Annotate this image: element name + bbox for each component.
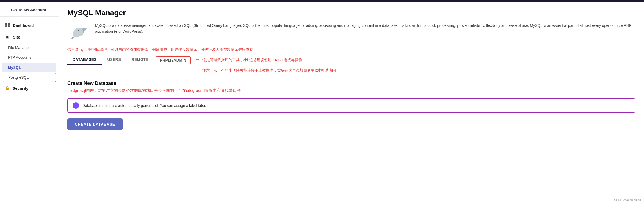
tab-remote[interactable]: REMOTE bbox=[126, 55, 154, 65]
tabs-container: DATABASES USERS REMOTE PHPMYADMIN → bbox=[67, 55, 200, 65]
top-bar bbox=[0, 0, 644, 2]
tab-annotation-line2: 注意一点，有些小伙伴可能连接不上数据库，需要在这里添加白名单ip才可以访问 bbox=[202, 67, 336, 73]
create-database-button[interactable]: CREATE DATABASE bbox=[67, 118, 123, 130]
phpmyadmin-annotation-arrow: → bbox=[195, 57, 200, 62]
info-text: Database names are automatically generat… bbox=[82, 103, 206, 108]
mysql-dolphin-icon bbox=[67, 22, 89, 44]
tabs-list: DATABASES USERS REMOTE PHPMYADMIN → bbox=[67, 55, 200, 65]
tab-users[interactable]: USERS bbox=[102, 55, 126, 65]
tab-phpmyadmin[interactable]: PHPMYADMIN bbox=[156, 56, 190, 64]
info-icon: i bbox=[73, 102, 79, 109]
annotation-mysql-description: 这里是mysql数据库管理，可以自由的添加数据库，创建用户，用户连接数据库，可进… bbox=[67, 47, 635, 52]
right-annotation: 这是管理数据库的工具，小b还是建议使用navicat连接再操作 注意一点，有些小… bbox=[202, 55, 336, 75]
dashboard-label: Dashboard bbox=[13, 23, 34, 28]
postgresql-annotation: postgresql同理，需要注意的是两个数据库的端口号是不同的，可在siteg… bbox=[67, 87, 635, 94]
back-arrow-icon: ← bbox=[4, 7, 9, 13]
intro-text: MySQL is a database management system ba… bbox=[95, 22, 635, 35]
tab-annotation-line1: 这是管理数据库的工具，小b还是建议使用navicat连接再操作 bbox=[202, 57, 336, 63]
create-database-section: Create New Database postgresql同理，需要注意的是两… bbox=[67, 81, 635, 130]
sidebar: ← Go To My Account Dashboard ⊞ Site File… bbox=[0, 2, 59, 203]
page-title: MySQL Manager bbox=[67, 9, 635, 17]
security-label: Security bbox=[13, 86, 28, 91]
sidebar-item-ftp-accounts[interactable]: FTP Accounts bbox=[0, 52, 59, 62]
lock-icon: 🔒 bbox=[5, 86, 10, 91]
create-db-title: Create New Database bbox=[67, 81, 635, 86]
back-to-account[interactable]: ← Go To My Account bbox=[0, 2, 59, 17]
site-icon: ⊞ bbox=[5, 34, 10, 40]
intro-section: MySQL is a database management system ba… bbox=[67, 22, 635, 44]
sidebar-nav: Dashboard ⊞ Site File Manager FTP Accoun… bbox=[0, 17, 59, 96]
tabs-row: DATABASES USERS REMOTE PHPMYADMIN → bbox=[67, 55, 635, 75]
svg-point-0 bbox=[78, 30, 79, 31]
sidebar-item-dashboard[interactable]: Dashboard bbox=[0, 19, 59, 31]
sidebar-item-security[interactable]: 🔒 Security bbox=[0, 82, 59, 94]
sidebar-item-mysql[interactable]: MySQL bbox=[2, 63, 56, 72]
dashboard-icon bbox=[5, 22, 10, 28]
main-content: MySQL Manager MySQL is a database manage… bbox=[59, 2, 644, 203]
sidebar-item-site[interactable]: ⊞ Site bbox=[0, 31, 59, 43]
watermark: CSDN @abbuibuibui bbox=[614, 198, 641, 201]
red-arrow-icon: → bbox=[195, 57, 200, 62]
tab-databases[interactable]: DATABASES bbox=[67, 55, 102, 65]
app-container: ← Go To My Account Dashboard ⊞ Site File… bbox=[0, 2, 644, 203]
sidebar-item-file-manager[interactable]: File Manager bbox=[0, 43, 59, 52]
site-label: Site bbox=[13, 35, 20, 39]
back-label: Go To My Account bbox=[11, 7, 46, 12]
info-box: i Database names are automatically gener… bbox=[67, 98, 635, 113]
sidebar-item-postgresql[interactable]: PostgreSQL bbox=[3, 73, 56, 82]
